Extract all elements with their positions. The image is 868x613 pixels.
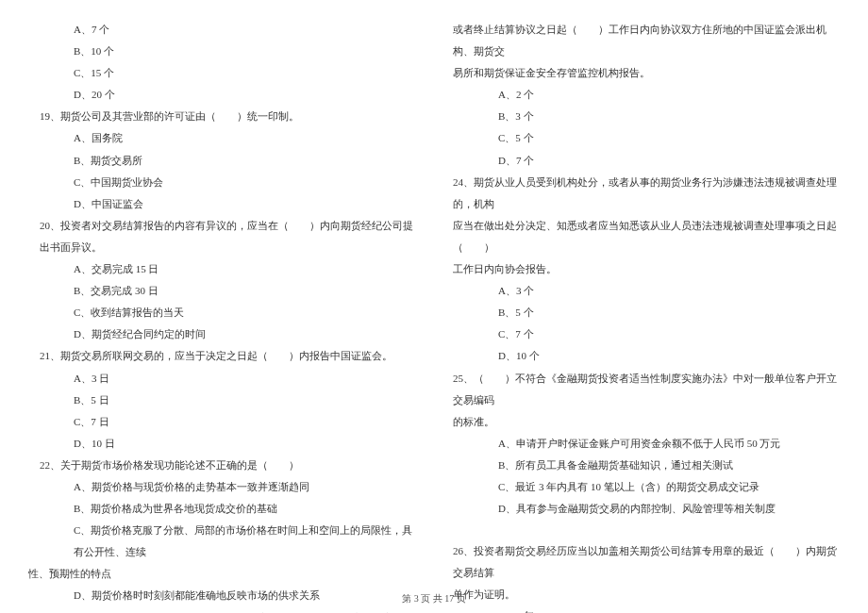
q24-line1: 24、期货从业人员受到机构处分，或者从事的期货业务行为涉嫌违法违规被调查处理的，…: [453, 172, 840, 215]
q19-option-b: B、期货交易所: [28, 150, 415, 172]
page-footer: 第 3 页 共 17 页: [0, 592, 868, 605]
q20-option-c: C、收到结算报告的当天: [28, 302, 415, 323]
q21-option-c: C、7 日: [28, 411, 415, 433]
q23-option-d: D、7 个: [453, 150, 840, 172]
q19-option-c: C、中国期货业协会: [28, 172, 415, 193]
q24-line3: 工作日内向协会报告。: [453, 258, 840, 280]
q25-option-d: D、具有参与金融期货交易的内部控制、风险管理等相关制度: [453, 498, 840, 520]
q22-option-b: B、期货价格成为世界各地现货成交价的基础: [28, 498, 415, 520]
q18-option-b: B、10 个: [28, 41, 415, 62]
q23-cont-line1: 或者终止结算协议之日起（ ）工作日内向协议双方住所地的中国证监会派出机构、期货交: [453, 19, 840, 62]
q20-stem: 20、投资者对交易结算报告的内容有异议的，应当在（ ）内向期货经纪公司提出书面异…: [28, 215, 415, 258]
q20-option-d: D、期货经纪合同约定的时间: [28, 323, 415, 345]
exam-page: A、7 个 B、10 个 C、15 个 D、20 个 19、期货公司及其营业部的…: [0, 0, 868, 585]
right-column: 或者终止结算协议之日起（ ）工作日内向协议双方住所地的中国证监会派出机构、期货交…: [434, 19, 840, 556]
q24-option-a: A、3 个: [453, 280, 840, 302]
q26-line1: 26、投资者期货交易经历应当以加盖相关期货公司结算专用章的最近（ ）内期货交易结…: [453, 540, 840, 584]
q24-option-c: C、7 个: [453, 323, 840, 345]
q26-option-a: A、1 年: [453, 605, 840, 613]
q21-option-d: D、10 日: [28, 433, 415, 455]
left-column: A、7 个 B、10 个 C、15 个 D、20 个 19、期货公司及其营业部的…: [28, 19, 434, 556]
q22-stem: 22、关于期货市场价格发现功能论述不正确的是（ ）: [28, 455, 415, 476]
q23-option-a: A、2 个: [453, 84, 840, 106]
q25-option-a: A、申请开户时保证金账户可用资金余额不低于人民币 50 万元: [453, 433, 840, 455]
q24-option-d: D、10 个: [453, 345, 840, 367]
spacer: [453, 520, 840, 540]
q22-option-c: C、期货价格克服了分散、局部的市场价格在时间上和空间上的局限性，具有公开性、连续: [28, 520, 415, 563]
q22-option-c-cont: 性、预期性的特点: [28, 563, 415, 585]
q18-option-a: A、7 个: [28, 19, 415, 41]
q21-stem: 21、期货交易所联网交易的，应当于决定之日起（ ）内报告中国证监会。: [28, 345, 415, 367]
q23-option-c: C、5 个: [453, 127, 840, 149]
q23-stem: 23、全面结算会员期货公司与非结算会员签订、变更或者终止结算协议的，应当在签订、…: [28, 607, 415, 613]
q18-option-d: D、20 个: [28, 84, 415, 106]
q24-line2: 应当在做出处分决定、知悉或者应当知悉该从业人员违法违规被调查处理事项之日起（ ）: [453, 215, 840, 258]
q25-line1: 25、（ ）不符合《金融期货投资者适当性制度实施办法》中对一般单位客户开立交易编…: [453, 368, 840, 411]
q24-option-b: B、5 个: [453, 302, 840, 323]
q18-option-c: C、15 个: [28, 62, 415, 84]
q25-line2: 的标准。: [453, 411, 840, 433]
q20-option-a: A、交易完成 15 日: [28, 258, 415, 280]
q19-option-d: D、中国证监会: [28, 193, 415, 215]
q25-option-b: B、所有员工具备金融期货基础知识，通过相关测试: [453, 455, 840, 476]
q22-option-a: A、期货价格与现货价格的走势基本一致并逐渐趋同: [28, 476, 415, 498]
q19-option-a: A、国务院: [28, 127, 415, 149]
q23-option-b: B、3 个: [453, 106, 840, 127]
q23-cont-line2: 易所和期货保证金安全存管监控机构报告。: [453, 62, 840, 84]
q19-stem: 19、期货公司及其营业部的许可证由（ ）统一印制。: [28, 106, 415, 127]
q25-option-c: C、最近 3 年内具有 10 笔以上（含）的期货交易成交记录: [453, 476, 840, 498]
q21-option-a: A、3 日: [28, 368, 415, 389]
q20-option-b: B、交易完成 30 日: [28, 280, 415, 302]
q21-option-b: B、5 日: [28, 389, 415, 411]
